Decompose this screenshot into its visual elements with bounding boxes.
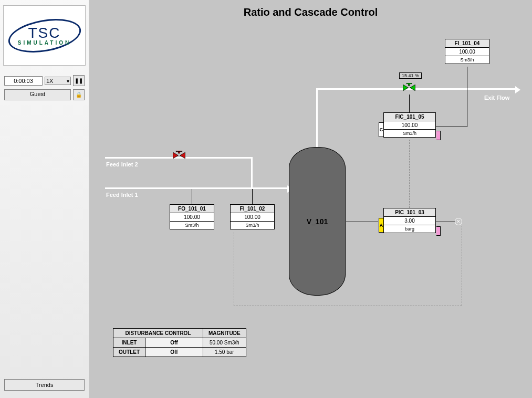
lock-button[interactable]: 🔒 bbox=[73, 89, 85, 100]
tag-FO_101_01[interactable]: FO_101_01 100.00 Sm3/h bbox=[170, 204, 214, 229]
control-valve-exit[interactable] bbox=[402, 83, 416, 92]
disturbance-header-ctrl: DISTURBANCE CONTROL bbox=[113, 329, 203, 338]
connector-FO_101_01 bbox=[192, 189, 192, 204]
trends-button[interactable]: Trends bbox=[4, 379, 85, 391]
vessel-label: V_101 bbox=[307, 217, 328, 226]
svg-rect-6 bbox=[176, 151, 182, 152]
connector-FIC-up bbox=[467, 88, 467, 127]
disturbance-inlet-mag[interactable]: 50.00 Sm3/h bbox=[203, 338, 246, 348]
disturbance-row-inlet: INLET Off 50.00 Sm3/h bbox=[113, 338, 246, 348]
svg-marker-0 bbox=[403, 85, 409, 90]
svg-marker-3 bbox=[173, 152, 179, 158]
logo: TSC SIMULATION bbox=[3, 5, 86, 66]
connector-FIC-valve bbox=[409, 95, 410, 112]
chevron-down-icon bbox=[67, 78, 69, 84]
pipe-feed2-drop bbox=[251, 157, 253, 188]
logo-subtext: SIMULATION bbox=[18, 40, 71, 46]
pipe-feed-inlet-1 bbox=[105, 187, 288, 189]
tag-FI_101_04[interactable]: FI_101_04 100.00 Sm3/h bbox=[445, 39, 489, 64]
tag-FO_101_01-name: FO_101_01 bbox=[170, 205, 214, 213]
logo-text: TSC bbox=[28, 25, 60, 41]
tag-FIC_101_05-unit: Sm3/h bbox=[384, 130, 435, 137]
sim-clock: 0:00:03 bbox=[4, 76, 43, 86]
tag-FI_101_02-name: FI_101_02 bbox=[231, 205, 274, 213]
tag-PIC_101_03[interactable]: PIC_101_03 3.00 barg A bbox=[383, 208, 436, 233]
pipe-vessel-to-exit-v bbox=[316, 88, 318, 148]
connector-FIC-right bbox=[436, 127, 467, 127]
disturbance-outlet-toggle[interactable]: Off bbox=[145, 348, 203, 357]
label-exit-flow: Exit Flow bbox=[484, 95, 509, 101]
tag-PIC_101_03-flag bbox=[436, 226, 441, 236]
tag-PIC_101_03-unit: barg bbox=[384, 225, 435, 233]
connector-FI_101_04 bbox=[467, 67, 467, 88]
disturbance-row-outlet: OUTLET Off 1.50 bar bbox=[113, 348, 246, 357]
tag-FIC_101_05-flag bbox=[436, 131, 441, 140]
tag-FI_101_02-unit: Sm3/h bbox=[231, 222, 274, 229]
manual-valve-feed2[interactable] bbox=[172, 151, 186, 160]
tag-FO_101_01-unit: Sm3/h bbox=[170, 222, 214, 229]
vessel-V_101[interactable]: V_101 bbox=[289, 147, 346, 296]
page-title: Ratio and Cascade Control bbox=[89, 6, 532, 18]
sidebar: TSC SIMULATION 0:00:03 1X ❚❚ Guest 🔒 Tre… bbox=[0, 0, 89, 398]
signal-loop-left bbox=[234, 232, 234, 306]
tag-PIC_101_03-name: PIC_101_03 bbox=[384, 208, 435, 217]
connector-FI_101_02 bbox=[252, 189, 253, 204]
disturbance-header-mag: MAGNITUDE bbox=[203, 329, 246, 338]
disturbance-outlet-label: OUTLET bbox=[113, 348, 145, 357]
user-button[interactable]: Guest bbox=[4, 89, 71, 100]
speed-select[interactable]: 1X bbox=[45, 77, 71, 85]
tag-FI_101_02-value: 100.00 bbox=[231, 213, 274, 222]
speed-value: 1X bbox=[46, 78, 53, 84]
tag-FI_101_04-name: FI_101_04 bbox=[445, 39, 489, 48]
disturbance-inlet-label: INLET bbox=[113, 338, 145, 348]
tag-FI_101_04-unit: Sm3/h bbox=[445, 56, 489, 64]
signal-loop-bottom bbox=[234, 306, 462, 306]
tag-FI_101_02[interactable]: FI_101_02 100.00 Sm3/h bbox=[230, 204, 275, 229]
pause-icon: ❚❚ bbox=[75, 78, 83, 83]
disturbance-inlet-toggle[interactable]: Off bbox=[145, 338, 203, 348]
connector-vessel-to-PIC bbox=[346, 222, 378, 222]
tag-PIC_101_03-value: 3.00 bbox=[384, 217, 435, 225]
tag-FIC_101_05-value: 100.00 bbox=[384, 121, 435, 130]
tag-PIC_101_03-mode: A bbox=[379, 218, 384, 233]
tag-FIC_101_05-mode: C bbox=[379, 122, 384, 137]
disturbance-outlet-mag[interactable]: 1.50 bar bbox=[203, 348, 246, 357]
signal-loop-right bbox=[462, 226, 462, 306]
pause-button[interactable]: ❚❚ bbox=[73, 75, 85, 86]
process-canvas: Ratio and Cascade Control Exit Flow 15.4… bbox=[89, 0, 532, 398]
tag-FIC_101_05[interactable]: FIC_101_05 100.00 Sm3/h C bbox=[383, 112, 436, 138]
signal-FIC-to-PIC bbox=[409, 140, 410, 208]
svg-marker-4 bbox=[180, 152, 185, 158]
label-feed-inlet-1: Feed Inlet 1 bbox=[106, 192, 138, 198]
label-feed-inlet-2: Feed Inlet 2 bbox=[106, 161, 138, 167]
tag-FI_101_04-value: 100.00 bbox=[445, 48, 489, 56]
svg-marker-1 bbox=[410, 85, 415, 90]
connector-PIC-right bbox=[436, 222, 455, 222]
exit-valve-percent: 15.41 % bbox=[399, 72, 422, 79]
node-icon: ✕ bbox=[455, 218, 462, 225]
tag-FO_101_01-value: 100.00 bbox=[170, 213, 214, 222]
disturbance-table: DISTURBANCE CONTROL MAGNITUDE INLET Off … bbox=[113, 328, 246, 357]
lock-icon: 🔒 bbox=[76, 92, 82, 98]
tag-FIC_101_05-name: FIC_101_05 bbox=[384, 113, 435, 121]
